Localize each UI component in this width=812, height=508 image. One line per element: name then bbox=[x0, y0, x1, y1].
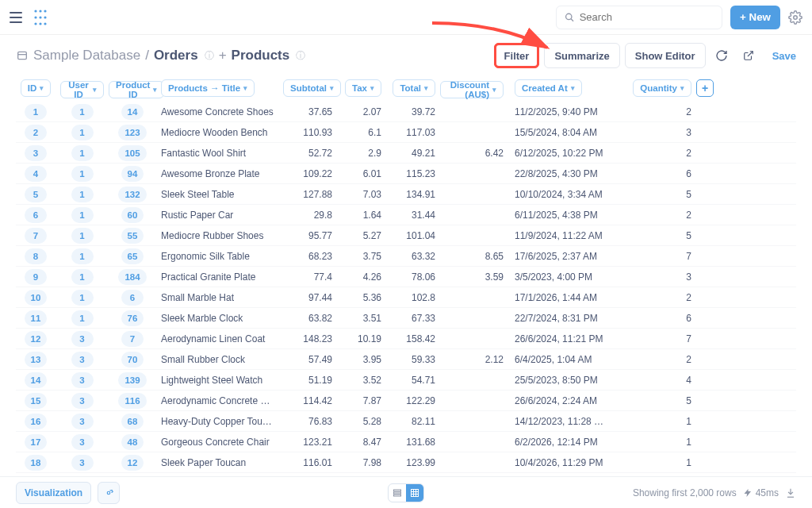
cell-product-id[interactable]: 55 bbox=[121, 228, 144, 244]
cell-product-id[interactable]: 94 bbox=[121, 166, 144, 182]
table-row[interactable]: 6160Rustic Paper Car29.81.6431.446/11/20… bbox=[16, 205, 796, 225]
open-external-icon[interactable] bbox=[737, 44, 760, 67]
cell-product-id[interactable]: 116 bbox=[118, 393, 146, 409]
cell-product-id[interactable]: 76 bbox=[121, 310, 144, 326]
cell-user-id[interactable]: 1 bbox=[71, 207, 94, 223]
cell-user-id[interactable]: 1 bbox=[71, 248, 94, 264]
cell-product-id[interactable]: 184 bbox=[118, 269, 146, 285]
editor-button[interactable]: Show Editor bbox=[625, 43, 706, 68]
breadcrumb-model[interactable]: Orders bbox=[154, 48, 198, 64]
cell-id[interactable]: 12 bbox=[25, 331, 48, 347]
table-row[interactable]: 143139Lightweight Steel Watch51.193.5254… bbox=[16, 370, 796, 391]
table-row[interactable]: 18312Sleek Paper Toucan116.017.98123.991… bbox=[16, 452, 796, 473]
col-user-id[interactable]: User ID▾ bbox=[60, 81, 104, 98]
cell-product-id[interactable]: 48 bbox=[121, 434, 144, 450]
save-button[interactable]: Save bbox=[772, 50, 796, 62]
col-title[interactable]: Products → Title▾ bbox=[161, 79, 255, 97]
cell-user-id[interactable]: 1 bbox=[71, 166, 94, 182]
cell-user-id[interactable]: 1 bbox=[71, 310, 94, 326]
cell-id[interactable]: 16 bbox=[25, 414, 48, 429]
breadcrumb-root[interactable]: Sample Database bbox=[33, 48, 140, 64]
filter-button[interactable]: Filter bbox=[494, 43, 540, 68]
cell-user-id[interactable]: 3 bbox=[71, 352, 94, 368]
cell-id[interactable]: 10 bbox=[25, 290, 48, 306]
cell-id[interactable]: 8 bbox=[25, 248, 47, 264]
table-row[interactable]: 8165Ergonomic Silk Table68.233.7563.328.… bbox=[16, 246, 796, 267]
cell-id[interactable]: 4 bbox=[25, 166, 47, 182]
cell-product-id[interactable]: 6 bbox=[121, 290, 144, 306]
refresh-icon[interactable] bbox=[710, 44, 733, 67]
table-row[interactable]: 17348Gorgeous Concrete Chair123.218.4713… bbox=[16, 432, 796, 452]
settings-icon[interactable] bbox=[788, 10, 802, 25]
col-quantity[interactable]: Quantity▾ bbox=[633, 79, 691, 97]
cell-id[interactable]: 14 bbox=[25, 372, 48, 388]
breadcrumb[interactable]: Sample Database / Orders ⓘ + Products ⓘ bbox=[16, 48, 305, 64]
col-discount[interactable]: Discount (AU$)▾ bbox=[440, 81, 504, 98]
cell-id[interactable]: 9 bbox=[25, 269, 47, 285]
download-icon[interactable] bbox=[785, 487, 796, 498]
col-subtotal[interactable]: Subtotal▾ bbox=[283, 79, 341, 97]
table-row[interactable]: 153116Aerodynamic Concrete …114.427.8712… bbox=[16, 391, 796, 411]
search-input[interactable] bbox=[580, 11, 714, 23]
table-row[interactable]: 16368Heavy-Duty Copper Tou…76.835.2882.1… bbox=[16, 411, 796, 432]
table-row[interactable]: 4194Awesome Bronze Plate109.226.01115.23… bbox=[16, 164, 796, 184]
col-product-id[interactable]: Product ID▾ bbox=[109, 81, 164, 98]
info-icon-2[interactable]: ⓘ bbox=[296, 49, 305, 63]
cell-user-id[interactable]: 3 bbox=[71, 455, 94, 471]
cell-user-id[interactable]: 3 bbox=[71, 393, 94, 409]
col-id[interactable]: ID▾ bbox=[21, 79, 52, 97]
table-row[interactable]: 31105Fantastic Wool Shirt52.722.949.216.… bbox=[16, 143, 796, 164]
info-icon[interactable]: ⓘ bbox=[205, 49, 214, 63]
cell-product-id[interactable]: 7 bbox=[121, 331, 144, 347]
cell-user-id[interactable]: 1 bbox=[71, 104, 94, 120]
cell-product-id[interactable]: 60 bbox=[121, 207, 144, 223]
table-row[interactable]: 91184Practical Granite Plate77.44.2678.0… bbox=[16, 267, 796, 287]
cell-user-id[interactable]: 3 bbox=[71, 434, 94, 450]
cell-id[interactable]: 15 bbox=[25, 393, 48, 409]
cell-product-id[interactable]: 70 bbox=[121, 352, 144, 368]
breadcrumb-join[interactable]: Products bbox=[232, 48, 290, 64]
new-button[interactable]: + New bbox=[730, 6, 780, 29]
cell-id[interactable]: 6 bbox=[25, 207, 47, 223]
col-total[interactable]: Total▾ bbox=[393, 79, 435, 97]
table-row[interactable]: 193136Mediocre Marble Lamp105.27.23112.4… bbox=[16, 473, 796, 475]
cell-id[interactable]: 17 bbox=[25, 434, 48, 450]
cell-id[interactable]: 7 bbox=[25, 228, 47, 244]
cell-user-id[interactable]: 1 bbox=[71, 228, 94, 244]
cell-product-id[interactable]: 105 bbox=[118, 145, 146, 161]
col-created[interactable]: Created At▾ bbox=[515, 79, 582, 97]
table-row[interactable]: 7155Mediocre Rubber Shoes95.775.27101.04… bbox=[16, 225, 796, 246]
table-row[interactable]: 21123Mediocre Wooden Bench110.936.1117.0… bbox=[16, 122, 796, 143]
table-row[interactable]: 1016Small Marble Hat97.445.36102.817/1/2… bbox=[16, 287, 796, 308]
cell-id[interactable]: 2 bbox=[25, 125, 47, 140]
table-row[interactable]: 13370Small Rubber Clock57.493.9559.332.1… bbox=[16, 349, 796, 370]
cell-id[interactable]: 1 bbox=[25, 104, 47, 120]
cell-product-id[interactable]: 132 bbox=[118, 187, 146, 202]
cell-product-id[interactable]: 68 bbox=[121, 414, 144, 429]
cell-product-id[interactable]: 12 bbox=[121, 455, 144, 471]
table-view-icon[interactable] bbox=[406, 484, 423, 502]
cell-id[interactable]: 5 bbox=[25, 187, 47, 202]
cell-user-id[interactable]: 3 bbox=[71, 414, 94, 429]
table-row[interactable]: 1114Awesome Concrete Shoes37.652.0739.72… bbox=[16, 102, 796, 122]
table-row[interactable]: 11176Sleek Marble Clock63.823.5167.3322/… bbox=[16, 308, 796, 329]
table-row[interactable]: 1237Aerodynamic Linen Coat148.2310.19158… bbox=[16, 329, 796, 349]
cell-user-id[interactable]: 1 bbox=[71, 187, 94, 202]
menu-icon[interactable] bbox=[10, 12, 22, 23]
cell-id[interactable]: 18 bbox=[25, 455, 48, 471]
cell-id[interactable]: 3 bbox=[25, 145, 47, 161]
cell-user-id[interactable]: 1 bbox=[71, 145, 94, 161]
visualization-button[interactable]: Visualization bbox=[16, 482, 91, 504]
cell-product-id[interactable]: 139 bbox=[118, 372, 146, 388]
col-tax[interactable]: Tax▾ bbox=[345, 79, 381, 97]
cell-user-id[interactable]: 1 bbox=[71, 290, 94, 306]
table-row[interactable]: 51132Sleek Steel Table127.887.03134.9110… bbox=[16, 184, 796, 205]
add-column-button[interactable]: + bbox=[696, 79, 714, 97]
search-input-wrap[interactable] bbox=[556, 6, 722, 29]
cell-product-id[interactable]: 65 bbox=[121, 248, 144, 264]
cell-user-id[interactable]: 1 bbox=[71, 125, 94, 140]
cell-id[interactable]: 13 bbox=[25, 352, 48, 368]
cell-id[interactable]: 11 bbox=[25, 310, 48, 326]
cell-user-id[interactable]: 3 bbox=[71, 331, 94, 347]
list-view-icon[interactable] bbox=[389, 484, 406, 502]
